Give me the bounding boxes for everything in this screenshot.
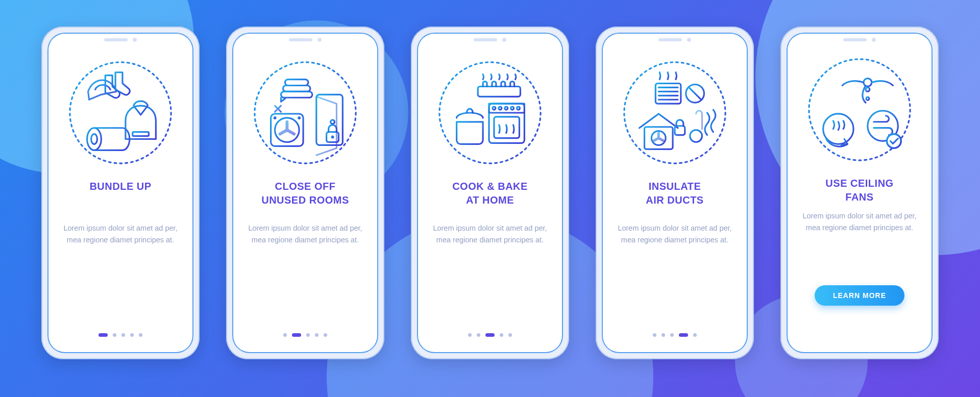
phone-notch (289, 38, 322, 42)
phone-mockup: BUNDLE UP Lorem ipsum dolor sit amet ad … (41, 27, 200, 359)
pagination-dot[interactable] (121, 333, 125, 337)
svg-point-3 (91, 134, 97, 144)
phone-notch (658, 38, 691, 42)
phone-row: BUNDLE UP Lorem ipsum dolor sit amet ad … (0, 27, 980, 359)
slide-title: CLOSE OFF UNUSED ROOMS (261, 180, 349, 216)
slide-description: Lorem ipsum dolor sit amet ad per, mea r… (801, 210, 918, 234)
slide-description: Lorem ipsum dolor sit amet ad per, mea r… (62, 222, 179, 246)
air-duct-icon (619, 57, 730, 168)
svg-point-26 (624, 62, 725, 163)
pagination-dot[interactable] (679, 333, 688, 337)
svg-point-0 (70, 62, 171, 163)
svg-point-2 (87, 128, 102, 151)
phone-screen: COOK & BAKE AT HOME Lorem ipsum dolor si… (417, 33, 563, 353)
svg-point-10 (274, 116, 277, 119)
pagination-dot[interactable] (99, 333, 108, 337)
svg-point-36 (866, 97, 869, 100)
svg-point-15 (331, 136, 334, 139)
pagination-dot[interactable] (292, 333, 301, 337)
slide-title: COOK & BAKE AT HOME (452, 180, 528, 216)
closed-room-icon (250, 57, 361, 168)
svg-rect-6 (283, 85, 310, 91)
svg-point-20 (493, 107, 496, 110)
pagination-dot[interactable] (477, 333, 480, 337)
pagination-dot[interactable] (508, 333, 512, 337)
phone-notch (474, 38, 506, 42)
pagination-dot[interactable] (130, 333, 134, 337)
pagination-dot[interactable] (315, 333, 318, 337)
pagination-dot[interactable] (283, 333, 287, 337)
svg-point-22 (505, 107, 508, 110)
slide-title: INSULATE AIR DUCTS (646, 180, 703, 216)
svg-point-11 (298, 116, 301, 119)
svg-rect-1 (133, 132, 149, 136)
pagination-dots (99, 333, 142, 337)
pagination-dot[interactable] (662, 333, 665, 337)
slide-description: Lorem ipsum dolor sit amet ad per, mea r… (616, 222, 733, 246)
pagination-dot[interactable] (113, 333, 116, 337)
pagination-dot[interactable] (500, 333, 503, 337)
slide-title: USE CEILING FANS (825, 177, 893, 207)
pagination-dot[interactable] (693, 333, 697, 337)
phone-screen: USE CEILING FANS Lorem ipsum dolor sit a… (787, 33, 933, 353)
svg-point-21 (499, 107, 502, 110)
clothing-icon (65, 57, 176, 168)
pagination-dot[interactable] (324, 333, 327, 337)
slide-title: BUNDLE UP (89, 180, 151, 216)
ceiling-fan-icon (804, 54, 915, 165)
phone-screen: BUNDLE UP Lorem ipsum dolor sit amet ad … (47, 33, 193, 353)
pagination-dot[interactable] (139, 333, 142, 337)
phone-mockup: CLOSE OFF UNUSED ROOMS Lorem ipsum dolor… (226, 27, 384, 359)
pagination-dot[interactable] (670, 333, 674, 337)
onboarding-canvas: BUNDLE UP Lorem ipsum dolor sit amet ad … (0, 0, 980, 397)
learn-more-button[interactable]: LEARN MORE (815, 285, 904, 306)
pagination-dots (468, 333, 512, 337)
phone-notch (104, 38, 137, 42)
slide-description: Lorem ipsum dolor sit amet ad per, mea r… (247, 222, 364, 246)
cooking-icon (434, 57, 546, 168)
svg-point-24 (517, 107, 520, 110)
pagination-dots (283, 333, 327, 337)
phone-mockup: USE CEILING FANS Lorem ipsum dolor sit a… (780, 27, 939, 359)
phone-notch (843, 38, 876, 42)
svg-rect-17 (478, 86, 520, 96)
phone-mockup: INSULATE AIR DUCTS Lorem ipsum dolor sit… (596, 27, 754, 359)
slide-description: Lorem ipsum dolor sit amet ad per, mea r… (431, 222, 549, 246)
svg-point-4 (255, 62, 356, 163)
pagination-dot[interactable] (468, 333, 472, 337)
phone-mockup: COOK & BAKE AT HOME Lorem ipsum dolor si… (411, 27, 569, 359)
pagination-dot[interactable] (653, 333, 656, 337)
pagination-dots (653, 333, 697, 337)
pagination-dot[interactable] (306, 333, 310, 337)
phone-screen: CLOSE OFF UNUSED ROOMS Lorem ipsum dolor… (232, 33, 378, 353)
svg-rect-5 (285, 80, 308, 86)
svg-point-23 (511, 107, 514, 110)
pagination-dot[interactable] (485, 333, 495, 337)
svg-rect-27 (655, 84, 681, 104)
phone-screen: INSULATE AIR DUCTS Lorem ipsum dolor sit… (602, 33, 748, 353)
svg-point-13 (331, 120, 335, 124)
svg-rect-7 (281, 91, 312, 97)
